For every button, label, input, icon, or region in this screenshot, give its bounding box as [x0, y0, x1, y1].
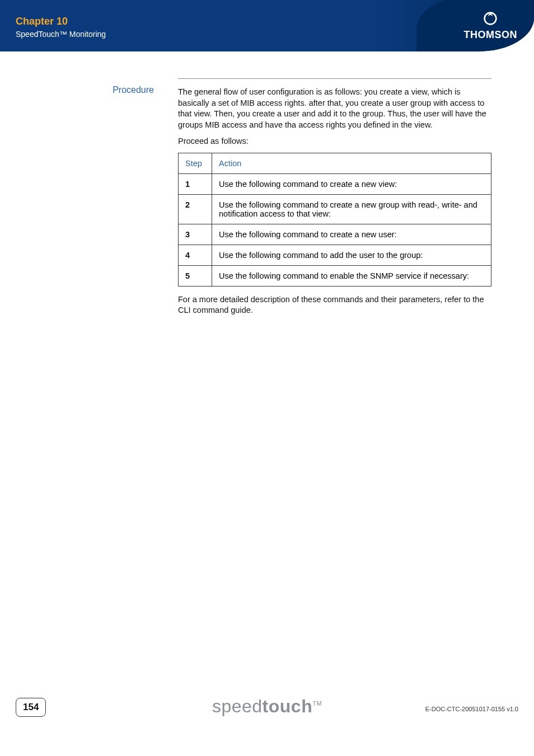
main-content: Procedure The general flow of user confi…	[0, 78, 534, 322]
step-number: 5	[179, 265, 212, 286]
footer-brand-light: speed	[212, 696, 263, 716]
step-action: Use the following command to add the use…	[212, 245, 491, 265]
header-band: Chapter 10 SpeedTouch™ Monitoring THOMSO…	[0, 0, 534, 51]
step-action: Use the following command to enable the …	[212, 265, 491, 286]
step-number: 3	[179, 224, 212, 245]
table-row: 1 Use the following command to create a …	[179, 173, 491, 194]
footer-brand-bold: touch	[263, 696, 313, 716]
table-row: 3 Use the following command to create a …	[179, 224, 491, 245]
chapter-subtitle: SpeedTouch™ Monitoring	[16, 30, 106, 39]
thomson-logo-icon	[464, 11, 518, 28]
step-action: Use the following command to create a ne…	[212, 173, 491, 194]
col-action: Action	[212, 153, 491, 173]
step-number: 2	[179, 194, 212, 224]
col-step: Step	[179, 153, 212, 173]
brand-name: THOMSON	[464, 29, 518, 41]
closing-paragraph: For a more detailed description of these…	[178, 294, 491, 316]
lead-in: Proceed as follows:	[178, 136, 491, 147]
table-header-row: Step Action	[179, 153, 491, 173]
section-rule	[178, 78, 491, 79]
procedure-table: Step Action 1 Use the following command …	[178, 153, 491, 287]
table-row: 2 Use the following command to create a …	[179, 194, 491, 224]
section-label: Procedure	[0, 85, 154, 95]
chapter-title: Chapter 10	[16, 16, 106, 27]
step-action: Use the following command to create a ne…	[212, 194, 491, 224]
body-column: The general flow of user configuration i…	[178, 78, 491, 316]
table-row: 5 Use the following command to enable th…	[179, 265, 491, 286]
intro-paragraph: The general flow of user configuration i…	[178, 87, 491, 130]
step-number: 1	[179, 173, 212, 194]
footer-brand: speedtouchTM	[212, 696, 322, 717]
doc-code: E-DOC-CTC-20051017-0155 v1.0	[425, 706, 518, 712]
table-row: 4 Use the following command to add the u…	[179, 245, 491, 265]
page-footer: 154 speedtouchTM E-DOC-CTC-20051017-0155…	[0, 698, 534, 717]
step-number: 4	[179, 245, 212, 265]
step-action: Use the following command to create a ne…	[212, 224, 491, 245]
footer-brand-tm: TM	[312, 700, 322, 707]
chapter-block: Chapter 10 SpeedTouch™ Monitoring	[16, 16, 106, 39]
page-number: 154	[16, 698, 46, 717]
brand-block: THOMSON	[464, 11, 518, 41]
